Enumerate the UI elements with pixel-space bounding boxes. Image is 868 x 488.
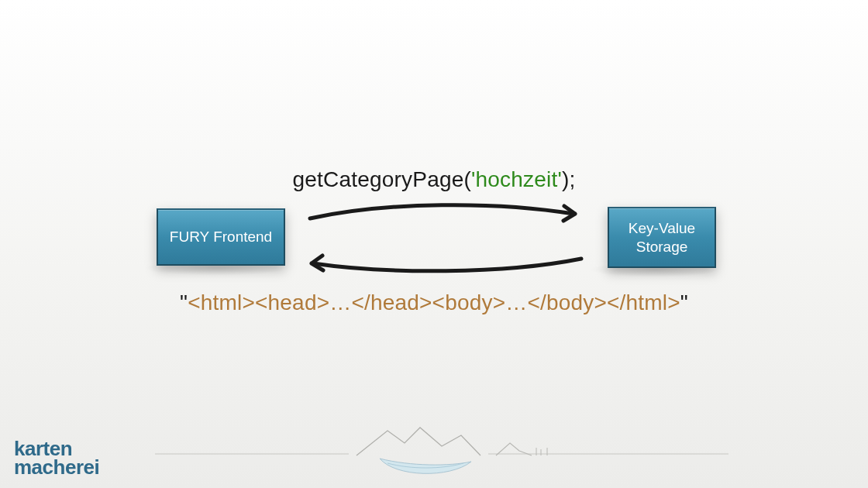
response-arrowhead: [312, 256, 323, 270]
html-markup-string: <html><head>…</head><body>…</body></html…: [188, 290, 680, 314]
arrows-svg: [294, 197, 597, 277]
request-arrowhead: [563, 206, 575, 221]
fury-frontend-box: FURY Frontend: [157, 208, 285, 266]
key-value-storage-box: Key-Value Storage: [608, 207, 716, 268]
request-call-line: getCategoryPage('hochzeit');: [0, 167, 868, 192]
logo-line2: macherei: [14, 459, 99, 477]
kv-line2: Storage: [629, 238, 695, 256]
kartenmacherei-logo: karten macherei: [14, 440, 99, 477]
kv-line1: Key-Value: [629, 219, 695, 238]
fury-frontend-label: FURY Frontend: [170, 228, 272, 246]
response-html-line: "<html><head>…</head><body>…</body></htm…: [0, 290, 868, 315]
response-arrow: [313, 259, 581, 271]
close-quote: ": [680, 290, 688, 314]
request-arrow: [310, 205, 574, 218]
fn-arg: 'hochzeit': [471, 167, 562, 191]
fn-name: getCategoryPage(: [293, 167, 471, 191]
fn-suffix: );: [562, 167, 576, 191]
open-quote: ": [180, 290, 188, 314]
footer-mountain-sketch: [155, 424, 728, 480]
